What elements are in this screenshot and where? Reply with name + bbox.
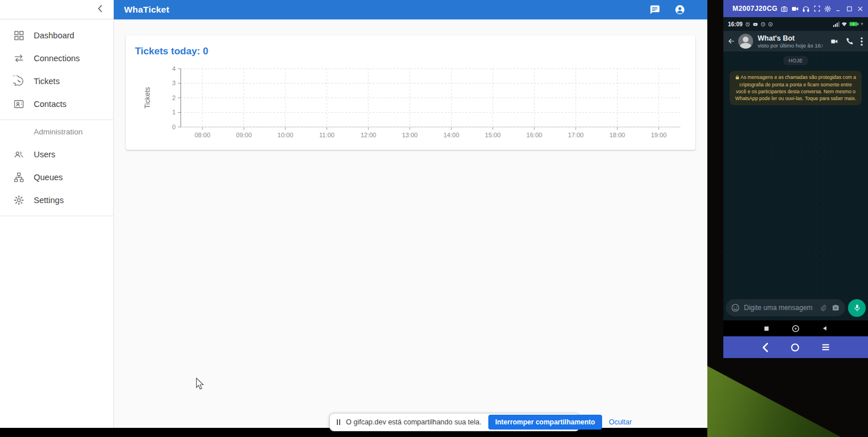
date-badge: HOJE [783,56,808,65]
svg-text:09:00: 09:00 [236,132,252,138]
sidebar-nav: Dashboard Connections Tickets Contacts [0,19,113,216]
close-icon[interactable] [857,5,865,13]
signal-icon [833,22,839,27]
encryption-text: As mensagens e as chamadas são protegida… [735,74,856,101]
svg-text:19:00: 19:00 [651,132,667,138]
chat-area: HOJE As mensagens e as chamadas são prot… [723,51,868,320]
svg-text:13:00: 13:00 [402,132,418,138]
svg-text:4: 4 [172,65,176,72]
svg-text:1: 1 [172,109,176,116]
contact-last-seen: visto por último hoje às 16:08 [758,42,823,49]
svg-text:08:00: 08:00 [194,132,210,138]
users-icon [12,148,26,161]
charging-icon: + [861,21,863,27]
sidebar-item-contacts[interactable]: Contacts [0,93,113,116]
status-app-icon [768,22,773,27]
account-circle-icon[interactable] [674,4,686,15]
desktop-wallpaper: M2007J20CG 16:09 [707,0,868,437]
queues-icon [12,170,26,184]
sidebar-item-queues[interactable]: Queues [0,166,113,189]
sidebar-item-label: Users [34,150,55,159]
status-time: 16:09 [728,21,743,27]
svg-text:17:00: 17:00 [568,132,584,138]
whatsapp-header: What's Bot visto por último hoje às 16:0… [723,31,868,51]
contact-name: What's Bot [758,34,823,42]
emoji-icon[interactable] [731,303,740,312]
nav-menu-icon[interactable] [821,343,830,351]
wifi-icon [841,22,847,27]
svg-text:3: 3 [172,80,176,86]
attach-icon[interactable] [819,304,827,312]
svg-text:2: 2 [172,94,176,101]
settings-icon[interactable] [824,5,832,13]
sidebar-item-label: Settings [34,196,63,205]
headphones-icon[interactable] [802,5,810,13]
phone-status-bar: 16:09 + [723,17,868,31]
lock-icon [735,75,739,82]
screen: Dashboard Connections Tickets Contacts [0,0,868,437]
chat-icon[interactable] [649,4,660,15]
camera-icon[interactable] [831,304,840,312]
contacts-icon [12,97,26,111]
minimize-icon[interactable] [835,5,843,13]
home-icon[interactable] [791,324,800,333]
svg-text:10:00: 10:00 [277,132,293,138]
sidebar-section-administration: Administration [0,120,113,143]
encryption-notice[interactable]: As mensagens e as chamadas são protegida… [730,71,862,105]
app-title: WhaTicket [114,5,649,15]
youtube-icon [752,22,758,27]
back-icon[interactable] [727,37,736,45]
recents-icon[interactable] [763,325,770,332]
more-options-icon[interactable] [861,37,863,46]
android-nav-bar [723,320,868,336]
svg-text:Tickets: Tickets [144,87,152,109]
svg-text:18:00: 18:00 [610,132,626,138]
svg-text:14:00: 14:00 [444,132,460,138]
sidebar-item-users[interactable]: Users [0,143,113,166]
hide-link[interactable]: Ocultar [609,418,632,426]
mirror-nav-bar [723,336,868,358]
nav-back-icon[interactable] [762,343,769,352]
tickets-chart-card: Tickets today: 0 0123408:0009:0010:0011:… [126,35,695,150]
sidebar-item-label: Dashboard [34,31,74,40]
sidebar-item-settings[interactable]: Settings [0,189,113,212]
mic-button[interactable] [848,299,866,317]
sidebar-header [0,0,113,19]
contact-avatar[interactable] [738,34,753,49]
chart-canvas: 0123408:0009:0010:0011:0012:0013:0014:00… [130,63,691,143]
back-triangle-icon[interactable] [822,325,828,332]
svg-text:11:00: 11:00 [319,132,335,138]
contact-info[interactable]: What's Bot visto por último hoje às 16:0… [758,34,823,49]
tickets-chart: 0123408:0009:0010:0011:0012:0013:0014:00… [130,63,691,145]
share-message: O gifcap.dev está compartilhando sua tel… [346,418,481,426]
message-input[interactable]: Digite uma mensagem [726,299,845,316]
maximize-icon[interactable] [846,5,854,13]
svg-text:16:00: 16:00 [527,132,543,138]
phone-window-titlebar[interactable]: M2007J20CG [723,0,868,17]
nav-home-icon[interactable] [790,343,800,352]
sidebar-item-connections[interactable]: Connections [0,47,113,70]
stop-sharing-button[interactable]: Interromper compartilhamento [488,415,602,430]
phone-mirror-window: M2007J20CG 16:09 [723,0,868,358]
sidebar-item-label: Queues [34,173,63,182]
record-icon[interactable] [791,5,799,13]
whatsapp-icon [12,74,26,88]
svg-text:0: 0 [172,124,176,130]
sidebar: Dashboard Connections Tickets Contacts [0,0,114,428]
sidebar-item-dashboard[interactable]: Dashboard [0,24,113,47]
swap-horizontal-icon [12,51,26,65]
chevron-left-icon[interactable] [97,5,103,15]
sidebar-item-tickets[interactable]: Tickets [0,70,113,93]
sidebar-divider [0,216,113,216]
alarm-icon [745,22,750,27]
appbar: WhaTicket [114,0,707,19]
pause-icon [337,419,340,425]
screenshot-icon[interactable] [781,5,789,13]
fullscreen-icon[interactable] [813,5,821,13]
wallpaper-grass [707,361,868,437]
voice-call-icon[interactable] [846,37,854,45]
svg-text:12:00: 12:00 [360,132,376,138]
video-call-icon[interactable] [830,38,839,45]
dashboard-icon [12,29,26,42]
chart-title: Tickets today: 0 [126,35,695,57]
